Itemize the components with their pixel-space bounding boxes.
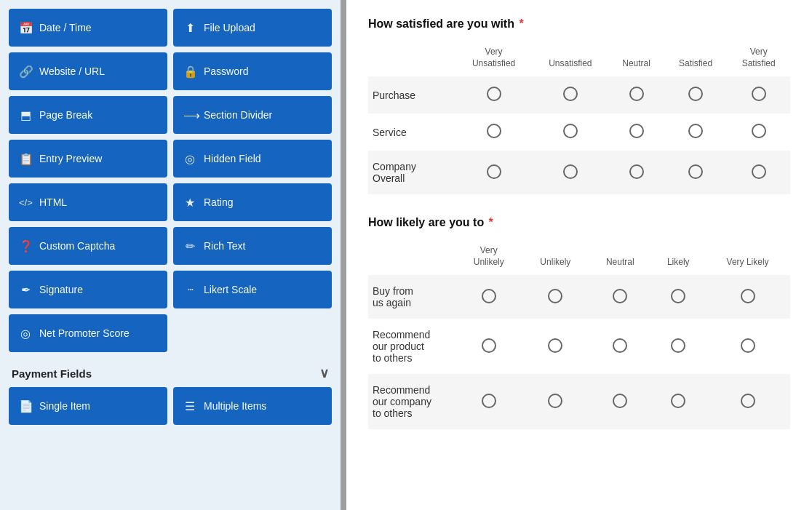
file-upload-label: File Upload [204, 22, 255, 33]
radio-rec-prod-3[interactable] [589, 319, 651, 374]
custom-captcha-label: Custom Captcha [39, 240, 115, 252]
row-label-purchase: Purchase [368, 76, 455, 113]
signature-label: Signature [39, 284, 83, 295]
calendar-icon: 📅 [19, 21, 32, 35]
rich-text-button[interactable]: ✏ Rich Text [173, 227, 332, 265]
custom-captcha-button[interactable]: ❓ Custom Captcha [9, 227, 167, 265]
radio-rec-co-5[interactable] [705, 374, 790, 429]
table-row: Buy fromus again [368, 275, 790, 319]
col-header-satisfied: Satisfied [664, 44, 728, 76]
rating-label: Rating [204, 196, 233, 208]
net-promoter-score-button[interactable]: ◎ Net Promoter Score [9, 314, 167, 352]
html-icon: </> [19, 197, 32, 208]
radio-rec-co-2[interactable] [522, 374, 589, 429]
radio-service-3[interactable] [608, 113, 664, 151]
single-item-button[interactable]: 📄 Single Item [9, 387, 167, 425]
col-header-neutral-2: Neutral [589, 242, 651, 275]
entry-preview-label: Entry Preview [39, 153, 102, 164]
radio-service-5[interactable] [727, 113, 790, 151]
signature-button[interactable]: ✒ Signature [9, 271, 167, 308]
radio-buy-1[interactable] [455, 275, 522, 319]
page-break-icon: ⬒ [19, 108, 32, 122]
entry-preview-button[interactable]: 📋 Entry Preview [9, 140, 167, 178]
radio-rec-prod-2[interactable] [522, 319, 589, 374]
likert-scale-label: Likert Scale [204, 284, 257, 295]
section-divider-button[interactable]: ⟶ Section Divider [173, 96, 332, 134]
panel-divider [341, 0, 346, 510]
radio-rec-prod-5[interactable] [705, 319, 790, 374]
col-header-very-unlikely: VeryUnlikely [455, 242, 522, 275]
html-label: HTML [39, 196, 67, 208]
required-star-1: * [516, 17, 524, 30]
radio-purchase-1[interactable] [455, 76, 532, 113]
html-button[interactable]: </> HTML [9, 183, 167, 221]
file-upload-button[interactable]: ⬆ File Upload [173, 9, 332, 47]
col-header-empty-1 [368, 44, 455, 76]
rich-text-icon: ✏ [183, 239, 196, 253]
radio-purchase-4[interactable] [664, 76, 728, 113]
radio-company-5[interactable] [727, 151, 790, 194]
col-header-likely: Likely [651, 242, 705, 275]
required-star-2: * [485, 216, 493, 228]
single-item-label: Single Item [39, 400, 90, 412]
payment-fields-label: Payment Fields [12, 367, 92, 380]
radio-service-2[interactable] [532, 113, 608, 151]
col-header-unsatisfied: Unsatisfied [532, 44, 608, 76]
page-break-button[interactable]: ⬒ Page Break [9, 96, 167, 134]
col-header-neutral-1: Neutral [608, 44, 664, 76]
rating-button[interactable]: ★ Rating [173, 183, 332, 221]
section-divider-label: Section Divider [204, 109, 272, 121]
radio-company-3[interactable] [608, 151, 664, 194]
radio-purchase-3[interactable] [608, 76, 664, 113]
radio-buy-5[interactable] [705, 275, 790, 319]
radio-company-2[interactable] [532, 151, 608, 194]
matrix-table-2: VeryUnlikely Unlikely Neutral Likely Ver… [368, 242, 790, 429]
radio-company-4[interactable] [664, 151, 728, 194]
radio-service-1[interactable] [455, 113, 532, 151]
radio-service-4[interactable] [664, 113, 728, 151]
hidden-field-button[interactable]: ◎ Hidden Field [173, 140, 332, 178]
radio-purchase-5[interactable] [727, 76, 790, 113]
multiple-items-label: Multiple Items [204, 400, 266, 412]
hidden-field-label: Hidden Field [204, 153, 261, 164]
left-panel: 📅 Date / Time ⬆ File Upload 🔗 Website / … [0, 0, 341, 510]
website-url-button[interactable]: 🔗 Website / URL [9, 52, 167, 90]
multiple-items-button[interactable]: ☰ Multiple Items [173, 387, 332, 425]
question2-label: How likely are you to * [368, 216, 790, 229]
link-icon: 🔗 [19, 65, 32, 79]
radio-company-1[interactable] [455, 151, 532, 194]
rich-text-label: Rich Text [204, 240, 245, 252]
table-row: CompanyOverall [368, 151, 790, 194]
row-label-company-overall: CompanyOverall [368, 151, 455, 194]
radio-rec-co-3[interactable] [589, 374, 651, 429]
page-break-label: Page Break [39, 109, 92, 121]
payment-fields-section[interactable]: Payment Fields ∨ [9, 358, 332, 387]
row-label-recommend-product: Recommendour productto others [368, 319, 455, 374]
col-header-empty-2 [368, 242, 455, 275]
radio-rec-co-1[interactable] [455, 374, 522, 429]
website-url-label: Website / URL [39, 65, 105, 77]
col-header-very-unsatisfied: VeryUnsatisfied [455, 44, 532, 76]
date-time-label: Date / Time [39, 22, 92, 33]
table-row: Purchase [368, 76, 790, 113]
row-label-service: Service [368, 113, 455, 151]
payment-fields-grid: 📄 Single Item ☰ Multiple Items [9, 387, 332, 425]
nps-icon: ◎ [19, 327, 32, 340]
radio-rec-prod-1[interactable] [455, 319, 522, 374]
col-header-unlikely: Unlikely [522, 242, 589, 275]
radio-purchase-2[interactable] [532, 76, 608, 113]
likert-scale-button[interactable]: ··· Likert Scale [173, 271, 332, 308]
radio-buy-4[interactable] [651, 275, 705, 319]
upload-icon: ⬆ [183, 21, 196, 35]
date-time-button[interactable]: 📅 Date / Time [9, 9, 167, 47]
col-header-very-satisfied: VerySatisfied [727, 44, 790, 76]
password-button[interactable]: 🔒 Password [173, 52, 332, 90]
radio-rec-co-4[interactable] [651, 374, 705, 429]
radio-buy-2[interactable] [522, 275, 589, 319]
radio-rec-prod-4[interactable] [651, 319, 705, 374]
radio-buy-3[interactable] [589, 275, 651, 319]
password-label: Password [204, 65, 248, 77]
net-promoter-score-label: Net Promoter Score [39, 327, 130, 339]
table-row: Recommendour companyto others [368, 374, 790, 429]
likert-icon: ··· [183, 283, 196, 296]
